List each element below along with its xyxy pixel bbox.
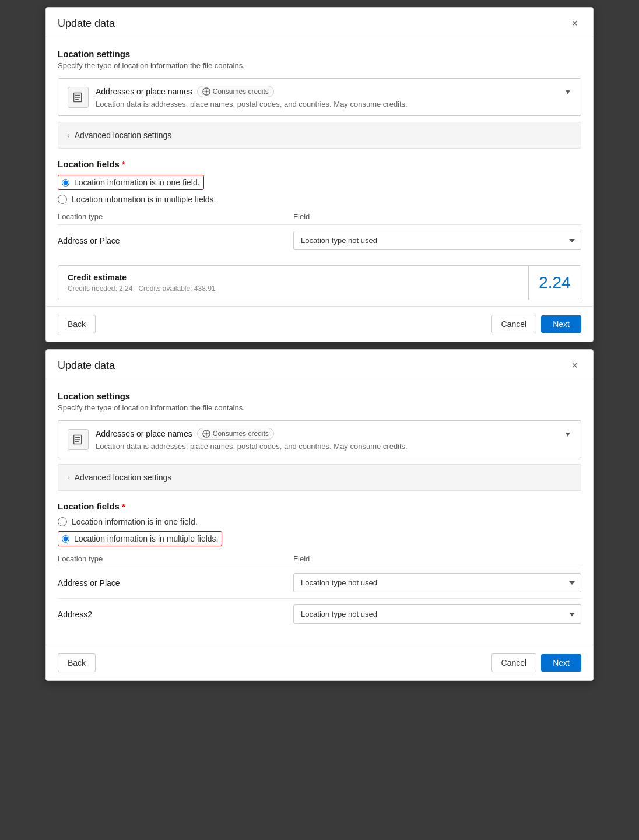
required-star-2: * xyxy=(120,501,125,511)
type-name-row-1: Addresses or place names Consumes credit… xyxy=(96,86,408,97)
location-fields-title-1: Location fields * xyxy=(58,159,581,169)
dialog-1-footer: Back Cancel Next xyxy=(46,306,593,342)
credits-icon-2 xyxy=(202,430,210,438)
dropdown-arrow-2[interactable]: ▼ xyxy=(564,430,571,438)
radio1-label-2: Location information is in one field. xyxy=(72,517,198,526)
dialog-2-body: Location settings Specify the type of lo… xyxy=(46,379,593,639)
location-settings-subtitle-1: Specify the type of location information… xyxy=(58,61,581,70)
location-type-left-2: Addresses or place names Consumes credit… xyxy=(68,428,408,451)
advanced-label-2: Advanced location settings xyxy=(75,473,172,482)
dialog-1-header: Update data × xyxy=(46,8,593,37)
required-star-1: * xyxy=(120,159,125,169)
credits-label-2: Consumes credits xyxy=(213,430,269,438)
credit-estimate-title-1: Credit estimate xyxy=(68,273,519,282)
row-location-type-2-1: Address or Place xyxy=(58,578,293,588)
row-field-2-1: Location type not used xyxy=(293,573,581,592)
type-desc-2: Location data is addresses, place names,… xyxy=(96,442,408,451)
location-settings-title-2: Location settings xyxy=(58,391,581,401)
credits-badge-2: Consumes credits xyxy=(197,428,274,440)
next-button-2[interactable]: Next xyxy=(541,654,581,672)
field-select-1-1[interactable]: Location type not used xyxy=(293,231,581,250)
col-location-type-header-2: Location type xyxy=(58,554,293,563)
type-name-row-2: Addresses or place names Consumes credit… xyxy=(96,428,408,440)
next-button-1[interactable]: Next xyxy=(541,315,581,333)
fields-table-header-1: Location type Field xyxy=(58,212,581,224)
cancel-button-1[interactable]: Cancel xyxy=(491,315,537,333)
dialog-2-header: Update data × xyxy=(46,350,593,379)
radio2-input-1[interactable] xyxy=(58,195,67,204)
location-type-icon-2 xyxy=(68,429,89,450)
dropdown-arrow-1[interactable]: ▼ xyxy=(564,88,571,96)
radio2-label-1: Location information is in multiple fiel… xyxy=(72,195,216,204)
footer-right-1: Cancel Next xyxy=(491,315,581,333)
radio2-option-1[interactable]: Location information is in multiple fiel… xyxy=(58,195,581,204)
fields-table-2: Location type Field Address or Place Loc… xyxy=(58,554,581,630)
back-button-2[interactable]: Back xyxy=(58,653,96,672)
footer-right-2: Cancel Next xyxy=(491,653,581,672)
advanced-label-1: Advanced location settings xyxy=(75,131,172,140)
row-field-2-2: Location type not used xyxy=(293,604,581,624)
chevron-right-icon-2: › xyxy=(68,474,70,481)
radio1-selected-box-1[interactable]: Location information is in one field. xyxy=(58,175,204,190)
radio2-label-2: Location information is in multiple fiel… xyxy=(74,534,218,543)
close-button-2[interactable]: × xyxy=(568,359,581,372)
location-type-box-2[interactable]: Addresses or place names Consumes credit… xyxy=(58,420,581,458)
location-type-left-1: Addresses or place names Consumes credit… xyxy=(68,86,408,108)
location-settings-title-1: Location settings xyxy=(58,49,581,59)
dialog-1-body: Location settings Specify the type of lo… xyxy=(46,37,593,300)
dialog-1-title: Update data xyxy=(58,17,115,30)
location-type-box-1[interactable]: Addresses or place names Consumes credit… xyxy=(58,78,581,116)
book-icon-2 xyxy=(72,434,84,445)
fields-table-header-2: Location type Field xyxy=(58,554,581,567)
dialog-2-footer: Back Cancel Next xyxy=(46,645,593,680)
location-fields-title-2: Location fields * xyxy=(58,501,581,511)
location-type-info-2: Addresses or place names Consumes credit… xyxy=(96,428,408,451)
radio2-selected-box-2[interactable]: Location information is in multiple fiel… xyxy=(58,531,222,546)
credit-estimate-details-1: Credits needed: 2.24 Credits available: … xyxy=(68,284,519,293)
dialog-2-title: Update data xyxy=(58,360,115,372)
col-field-header-2: Field xyxy=(293,554,581,563)
row-field-1-1: Location type not used xyxy=(293,231,581,250)
credit-estimate-box-1: Credit estimate Credits needed: 2.24 Cre… xyxy=(58,265,581,300)
dialog-1: Update data × Location settings Specify … xyxy=(45,7,594,342)
row-location-type-2-2: Address2 xyxy=(58,610,293,619)
credits-badge-1: Consumes credits xyxy=(197,86,274,97)
radio1-label-1: Location information is in one field. xyxy=(74,178,200,187)
fields-table-row-1-1: Address or Place Location type not used xyxy=(58,224,581,256)
col-location-type-header-1: Location type xyxy=(58,212,293,221)
field-select-2-1[interactable]: Location type not used xyxy=(293,573,581,592)
credit-estimate-left-1: Credit estimate Credits needed: 2.24 Cre… xyxy=(58,266,528,300)
credit-estimate-right-1: 2.24 xyxy=(528,266,581,300)
type-name-2: Addresses or place names xyxy=(96,429,192,438)
location-type-icon-1 xyxy=(68,87,89,108)
book-icon xyxy=(72,92,84,103)
radio1-input-1[interactable] xyxy=(62,179,69,187)
radio1-input-2[interactable] xyxy=(58,517,67,526)
advanced-settings-2[interactable]: › Advanced location settings xyxy=(58,464,581,491)
location-settings-subtitle-2: Specify the type of location information… xyxy=(58,403,581,412)
advanced-settings-1[interactable]: › Advanced location settings xyxy=(58,122,581,149)
fields-table-row-2-2: Address2 Location type not used xyxy=(58,598,581,630)
location-type-info-1: Addresses or place names Consumes credit… xyxy=(96,86,408,108)
back-button-1[interactable]: Back xyxy=(58,315,96,333)
radio1-option-2[interactable]: Location information is in one field. xyxy=(58,517,581,526)
cancel-button-2[interactable]: Cancel xyxy=(491,653,537,672)
type-name-1: Addresses or place names xyxy=(96,87,192,96)
chevron-right-icon-1: › xyxy=(68,132,70,139)
fields-table-row-2-1: Address or Place Location type not used xyxy=(58,567,581,598)
fields-table-1: Location type Field Address or Place Loc… xyxy=(58,212,581,256)
close-button-1[interactable]: × xyxy=(568,17,581,30)
radio2-input-2[interactable] xyxy=(62,535,69,543)
credits-icon xyxy=(202,87,210,96)
field-select-2-2[interactable]: Location type not used xyxy=(293,604,581,624)
credits-label-1: Consumes credits xyxy=(213,87,269,96)
col-field-header-1: Field xyxy=(293,212,581,221)
type-desc-1: Location data is addresses, place names,… xyxy=(96,100,408,108)
location-fields-section-1: Location fields * Location information i… xyxy=(58,159,581,256)
row-location-type-1-1: Address or Place xyxy=(58,236,293,245)
location-fields-section-2: Location fields * Location information i… xyxy=(58,501,581,630)
dialog-2: Update data × Location settings Specify … xyxy=(45,349,594,681)
credit-value-1: 2.24 xyxy=(539,273,571,292)
